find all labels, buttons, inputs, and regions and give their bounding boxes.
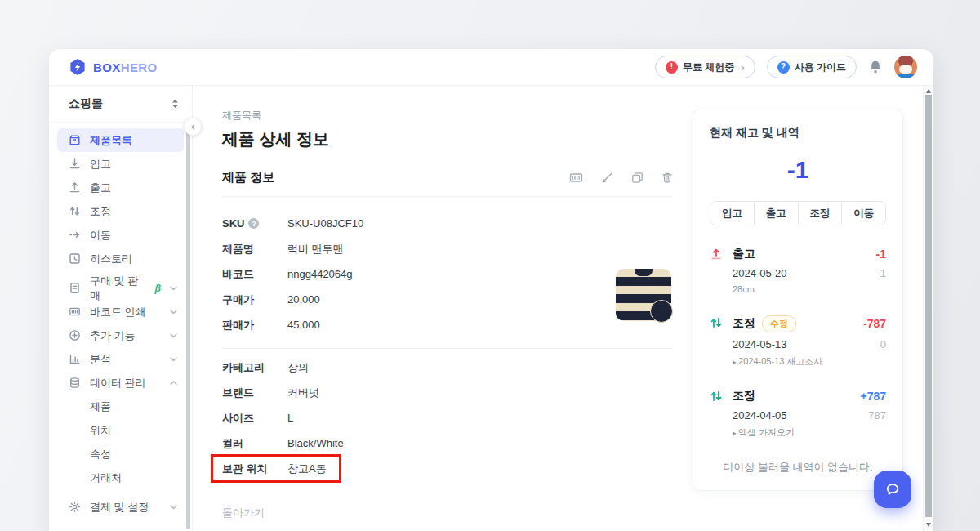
trial-alert-icon: ! — [666, 61, 678, 74]
breadcrumb[interactable]: 제품목록 — [222, 109, 673, 123]
entry-note[interactable]: 엑셀 가져오기 — [733, 426, 886, 439]
sidebar-item-label: 제품 — [90, 399, 111, 414]
sidebar-item-label: 이동 — [90, 228, 111, 243]
field-row-storage-location: 보관 위치 창고A동 — [222, 456, 673, 481]
sidebar-item-product-list[interactable]: 제품목록 — [57, 128, 184, 152]
scrollbar-down-arrow[interactable] — [924, 520, 933, 529]
tab-adjust[interactable]: 조정 — [798, 202, 842, 225]
barcode-print-button[interactable] — [569, 172, 583, 184]
sidebar-item-purchase-sales[interactable]: 구매 및 판매 β — [57, 276, 184, 300]
section-title: 제품 정보 — [222, 170, 274, 185]
free-trial-button[interactable]: ! 무료 체험중 › — [655, 56, 755, 78]
sidebar-scrollbar[interactable] — [186, 124, 190, 529]
arrow-right-dashed-icon — [68, 229, 81, 242]
boxhero-logo-text: BOXHERO — [93, 60, 158, 74]
stock-history-card: 현재 재고 및 내역 -1 입고 출고 조정 이동 출 — [693, 109, 903, 491]
window-scrollbar[interactable] — [923, 86, 933, 531]
chevron-up-icon — [170, 381, 177, 386]
history-entry[interactable]: 조정 +787 2024-04-05 787 엑셀 가져오기 — [710, 389, 886, 439]
sidebar-item-barcode-print[interactable]: 바코드 인쇄 — [57, 300, 184, 324]
entry-amount: -1 — [876, 248, 886, 261]
sidebar-item-products[interactable]: 제품 — [57, 395, 184, 418]
main-content: 제품목록 제품 상세 정보 제품 정보 SKU? SKU-U08JCF10 — [193, 86, 923, 531]
entry-type: 조정 — [733, 316, 755, 331]
sidebar-item-attributes[interactable]: 속성 — [57, 442, 184, 466]
history-entry[interactable]: 조정수정 -787 2024-05-13 0 2024-05-13 재고조사 — [710, 315, 886, 368]
beta-badge: β — [155, 283, 161, 294]
stock-card-title: 현재 재고 및 내역 — [710, 126, 886, 141]
sidebar-item-partners[interactable]: 거래처 — [57, 466, 184, 489]
duplicate-button[interactable] — [631, 172, 644, 184]
sidebar-item-label: 결제 및 설정 — [90, 500, 149, 515]
top-bar: BOXHERO ! 무료 체험중 › ? 사용 가이드 — [49, 49, 933, 86]
entry-date: 2024-05-13 — [733, 338, 787, 350]
field-label: 컬러 — [222, 436, 287, 451]
history-filter-tabs: 입고 출고 조정 이동 — [710, 201, 886, 225]
sidebar-item-move[interactable]: 이동 — [57, 223, 184, 247]
field-value: Black/White — [287, 437, 344, 449]
back-link[interactable]: 돌아가기 — [222, 506, 265, 520]
field-row-sale-price: 판매가 45,000 — [222, 312, 673, 337]
product-image[interactable] — [614, 265, 673, 325]
tab-stock-out[interactable]: 출고 — [754, 202, 798, 225]
boxhero-logo[interactable]: BOXHERO — [69, 58, 158, 76]
entry-note[interactable]: 2024-05-13 재고조사 — [733, 355, 886, 368]
sidebar-item-locations[interactable]: 위치 — [57, 418, 184, 442]
sidebar-item-label: 제품목록 — [90, 133, 132, 148]
edit-button[interactable] — [601, 172, 613, 184]
field-label: 카테고리 — [222, 360, 287, 375]
sidebar-item-stock-in[interactable]: 입고 — [57, 152, 184, 176]
boxhero-logo-icon — [69, 58, 87, 76]
field-row-size: 사이즈 L — [222, 405, 673, 431]
sidebar-item-billing-settings[interactable]: 결제 및 설정 — [57, 495, 184, 519]
entry-date: 2024-05-20 — [733, 267, 787, 279]
history-entry[interactable]: 출고 -1 2024-05-20 -1 28cm — [710, 247, 886, 294]
sidebar: 쇼핑몰 제품목록 입고 출고 — [49, 86, 193, 531]
field-label: 보관 위치 — [222, 462, 287, 476]
bar-chart-icon — [68, 353, 81, 366]
sort-arrows-icon — [172, 99, 179, 109]
field-value: L — [287, 412, 293, 424]
sidebar-item-adjust[interactable]: 조정 — [57, 199, 184, 223]
sidebar-item-label: 추가 기능 — [90, 328, 136, 343]
field-value: 커버넛 — [287, 386, 319, 400]
sidebar-item-label: 히스토리 — [90, 252, 132, 266]
page-title: 제품 상세 정보 — [222, 128, 673, 150]
sidebar-item-history[interactable]: 히스토리 — [57, 247, 184, 270]
arrows-up-down-icon — [68, 205, 81, 218]
field-label: 제품명 — [222, 242, 287, 257]
chevron-down-icon — [170, 286, 177, 291]
stock-out-arrow-icon — [710, 247, 724, 294]
sidebar-collapse-button[interactable]: ‹ — [184, 118, 202, 136]
chat-support-button[interactable] — [874, 471, 911, 508]
sidebar-item-label: 구매 및 판매 — [90, 274, 145, 303]
delete-button[interactable] — [662, 172, 673, 184]
user-avatar[interactable] — [894, 56, 917, 78]
field-label: SKU? — [222, 217, 287, 230]
workspace-selector[interactable]: 쇼핑몰 — [49, 86, 192, 123]
chevron-down-icon — [170, 505, 177, 510]
field-row-name: 제품명 럭비 맨투맨 — [222, 236, 673, 261]
end-of-history-message: 더이상 불러올 내역이 없습니다. — [710, 460, 886, 475]
divider — [222, 348, 673, 349]
sidebar-item-analytics[interactable]: 분석 — [57, 347, 184, 371]
sidebar-item-data-management[interactable]: 데이터 관리 — [57, 371, 184, 395]
tab-stock-in[interactable]: 입고 — [710, 202, 754, 225]
tab-move[interactable]: 이동 — [841, 202, 885, 225]
field-value: 창고A동 — [287, 462, 327, 476]
scrollbar-up-arrow[interactable] — [924, 87, 933, 95]
user-guide-button[interactable]: ? 사용 가이드 — [767, 56, 857, 78]
sidebar-item-stock-out[interactable]: 출고 — [57, 176, 184, 199]
sidebar-item-extras[interactable]: 추가 기능 — [57, 324, 184, 347]
entry-amount: -787 — [863, 317, 886, 330]
field-label: 구매가 — [222, 292, 287, 307]
adjust-arrows-icon — [710, 389, 724, 439]
arrow-up-tray-icon — [68, 181, 81, 194]
sidebar-item-label: 위치 — [90, 423, 111, 438]
sidebar-menu: 제품목록 입고 출고 조정 이동 — [49, 123, 192, 519]
arrow-down-tray-icon — [68, 158, 81, 171]
notification-bell-icon[interactable] — [868, 60, 883, 74]
scrollbar-thumb[interactable] — [925, 95, 932, 517]
edited-badge: 수정 — [762, 315, 796, 332]
sku-help-icon[interactable]: ? — [248, 218, 259, 229]
